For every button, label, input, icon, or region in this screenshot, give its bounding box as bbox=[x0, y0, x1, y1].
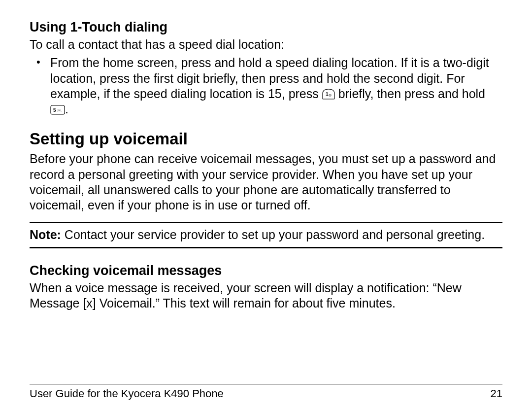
footer-page-number: 21 bbox=[491, 387, 502, 400]
svg-text:@: @ bbox=[329, 94, 332, 97]
intro-text: To call a contact that has a speed dial … bbox=[30, 37, 502, 52]
note-text: Note: Contact your service provider to s… bbox=[30, 227, 502, 242]
document-page: Using 1-Touch dialing To call a contact … bbox=[0, 0, 532, 411]
svg-text:5: 5 bbox=[53, 107, 56, 113]
note-label: Note: bbox=[30, 228, 61, 241]
footer-left: User Guide for the Kyocera K490 Phone bbox=[30, 387, 224, 400]
key-1-icon: 1@ bbox=[322, 89, 335, 100]
heading-voicemail: Setting up voicemail bbox=[30, 130, 502, 148]
voicemail-para: Before your phone can receive voicemail … bbox=[30, 151, 502, 213]
svg-text:JKL: JKL bbox=[57, 109, 62, 112]
subheading-checking: Checking voicemail messages bbox=[30, 263, 502, 278]
page-footer: User Guide for the Kyocera K490 Phone 21 bbox=[30, 384, 502, 400]
bullet-text-part2: briefly, then press and hold bbox=[335, 87, 485, 101]
subheading-1touch: Using 1-Touch dialing bbox=[30, 20, 502, 35]
note-block: Note: Contact your service provider to s… bbox=[30, 222, 502, 248]
checking-para: When a voice message is received, your s… bbox=[30, 280, 502, 311]
bullet-text-part3: . bbox=[65, 102, 68, 116]
note-body: Contact your service provider to set up … bbox=[61, 228, 485, 241]
key-5-icon: 5JKL bbox=[50, 105, 65, 115]
list-item: From the home screen, press and hold a s… bbox=[50, 55, 502, 117]
bullet-list: From the home screen, press and hold a s… bbox=[30, 55, 502, 117]
